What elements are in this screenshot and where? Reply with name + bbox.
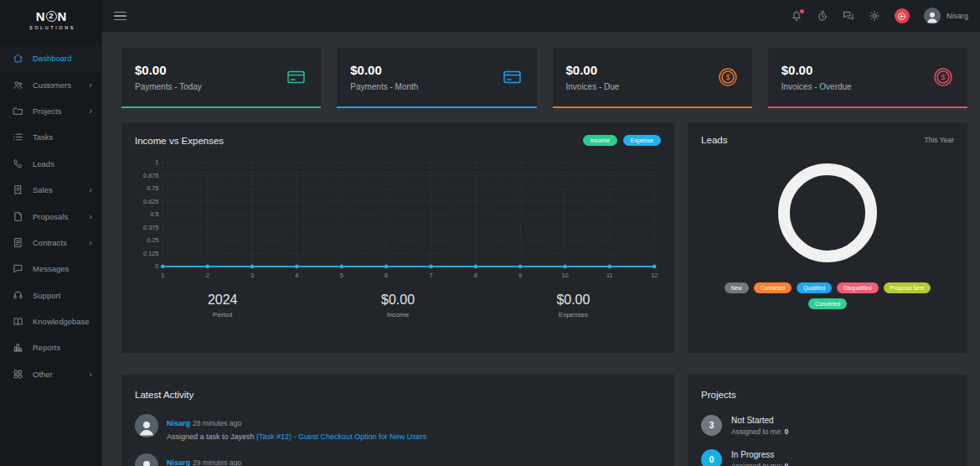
activity-time: 29 minutes ago — [193, 458, 241, 466]
quick-create-icon[interactable] — [895, 8, 910, 23]
income-expenses-chart: 12345678910111210.8750.750.6250.50.3750.… — [135, 156, 661, 282]
lead-status-new[interactable]: New — [725, 282, 749, 293]
sidebar-item-other[interactable]: Other › — [0, 361, 102, 387]
svg-text:11: 11 — [606, 272, 613, 279]
svg-text:7: 7 — [429, 272, 432, 279]
chevron-right-icon: › — [89, 185, 92, 194]
sidebar-item-label: Proposals — [33, 212, 89, 221]
contract-file-icon — [12, 237, 23, 248]
user-name: Nisarg — [946, 12, 968, 20]
coin-dollar-icon: $ — [717, 66, 739, 88]
stat-card-invoices-due[interactable]: $0.00 Invoices - Due $ — [553, 48, 752, 108]
sidebar-item-customers[interactable]: Customers › — [0, 71, 102, 97]
project-status-in-progress[interactable]: 0 In Progress Assigned to me: 0 — [701, 449, 954, 466]
sidebar: N2N SOLUTIONS Dashboard Customers › Proj… — [0, 0, 102, 466]
lead-status-contacted[interactable]: Contacted — [754, 282, 792, 293]
main-content: $0.00 Payments - Today $0.00 Payments - … — [102, 32, 980, 466]
sidebar-item-label: Messages — [33, 264, 92, 273]
brand-part: N — [36, 9, 45, 23]
svg-text:0.375: 0.375 — [143, 224, 158, 231]
topbar-actions: Nisarg — [791, 8, 968, 24]
chat-bubble-icon — [12, 263, 23, 274]
svg-text:8: 8 — [474, 272, 477, 279]
lead-status-qualified[interactable]: Qualified — [797, 282, 832, 293]
timer-icon[interactable] — [817, 10, 828, 22]
svg-text:$: $ — [725, 72, 730, 81]
svg-text:5: 5 — [340, 272, 343, 279]
stat-amount: $0.00 — [781, 63, 852, 77]
sidebar-item-label: Knowledgebase — [33, 317, 92, 326]
grid-icon — [12, 369, 23, 380]
chart-title: Income vs Expenses — [135, 136, 224, 146]
lead-status-converted[interactable]: Converted — [808, 298, 847, 309]
book-icon — [12, 316, 23, 327]
activity-task-link[interactable]: (Task #12) - Guest Checkout Option for N… — [256, 432, 426, 441]
activity-time: 28 minutes ago — [193, 419, 241, 427]
stat-label: Invoices - Due — [566, 82, 620, 91]
summary-label: Expenses — [486, 311, 661, 318]
activity-item: Nisarg28 minutes ago Assigned a task to … — [135, 414, 661, 441]
svg-text:12: 12 — [651, 272, 658, 279]
home-icon — [12, 53, 23, 64]
sidebar-item-label: Support — [33, 291, 92, 300]
credit-card-icon — [501, 67, 524, 87]
assigned-to-me-label: Assigned to me: — [731, 462, 782, 466]
svg-text:0.5: 0.5 — [150, 210, 158, 218]
menu-toggle-icon[interactable] — [114, 12, 126, 21]
chevron-right-icon: › — [89, 238, 92, 247]
sidebar-item-tasks[interactable]: Tasks — [0, 124, 102, 150]
summary-label: Period — [135, 311, 310, 318]
summary-label: Income — [310, 311, 485, 318]
sidebar-item-label: Reports — [33, 343, 92, 352]
leads-donut-chart — [778, 163, 877, 262]
stat-card-payments-month[interactable]: $0.00 Payments - Month — [337, 48, 536, 108]
project-count-badge: 3 — [701, 415, 722, 436]
legend-chip-expense[interactable]: Expense — [623, 135, 661, 146]
brand-part: N — [58, 9, 67, 23]
sidebar-item-reports[interactable]: Reports — [0, 334, 102, 360]
sidebar-item-messages[interactable]: Messages — [0, 256, 102, 282]
user-profile[interactable]: Nisarg — [924, 8, 968, 24]
svg-text:0: 0 — [155, 262, 158, 270]
brand-circle-2: 2 — [46, 11, 57, 22]
sidebar-item-proposals[interactable]: Proposals › — [0, 203, 102, 229]
sidebar-item-support[interactable]: Support — [0, 282, 102, 308]
projects-card: Projects 3 Not Started Assigned to me: 0… — [688, 375, 967, 466]
sidebar-item-leads[interactable]: Leads — [0, 151, 102, 177]
stat-card-payments-today[interactable]: $0.00 Payments - Today — [121, 48, 321, 108]
chart-legend: Income Expense — [583, 135, 661, 146]
stat-label: Invoices - Overdue — [781, 82, 852, 91]
lead-status-proposal-sent[interactable]: Proposal Sent — [884, 282, 931, 293]
svg-text:1: 1 — [161, 272, 164, 279]
svg-text:9: 9 — [518, 272, 522, 279]
sidebar-item-projects[interactable]: Projects › — [0, 98, 102, 124]
stat-card-invoices-overdue[interactable]: $0.00 Invoices - Overdue $ — [768, 48, 967, 108]
summary-value: $0.00 — [310, 293, 485, 308]
notifications-bell-icon[interactable] — [791, 10, 802, 22]
coin-dollar-icon: $ — [932, 66, 954, 88]
project-status-not-started[interactable]: 3 Not Started Assigned to me: 0 — [701, 415, 954, 436]
lead-status-disqualified[interactable]: Disqualified — [837, 282, 879, 293]
summary-income: $0.00 Income — [310, 293, 485, 318]
svg-text:6: 6 — [384, 272, 388, 279]
sidebar-item-label: Projects — [33, 106, 89, 116]
sidebar-item-dashboard[interactable]: Dashboard — [0, 45, 102, 71]
sidebar-item-knowledgebase[interactable]: Knowledgebase — [0, 308, 102, 334]
leads-range-label: This Year — [925, 136, 954, 144]
bottom-row: Latest Activity Nisarg28 minutes ago Ass… — [121, 375, 967, 466]
stat-label: Payments - Month — [350, 82, 418, 91]
sidebar-item-sales[interactable]: Sales › — [0, 177, 102, 203]
svg-text:4: 4 — [295, 272, 298, 279]
assigned-to-me-count: 0 — [784, 462, 788, 466]
sidebar-item-contracts[interactable]: Contracts › — [0, 230, 102, 256]
activity-user-link[interactable]: Nisarg — [167, 419, 190, 427]
messages-icon[interactable] — [843, 10, 854, 22]
svg-text:0.875: 0.875 — [143, 172, 158, 179]
middle-row: Income vs Expenses Income Expense 123456… — [121, 123, 967, 353]
chevron-right-icon: › — [89, 212, 92, 221]
legend-chip-income[interactable]: Income — [583, 135, 617, 146]
activity-user-link[interactable]: Nisarg — [167, 458, 190, 466]
brand-logo[interactable]: N2N SOLUTIONS — [0, 0, 102, 39]
settings-gear-icon[interactable] — [869, 10, 880, 22]
svg-text:0.75: 0.75 — [147, 184, 158, 192]
